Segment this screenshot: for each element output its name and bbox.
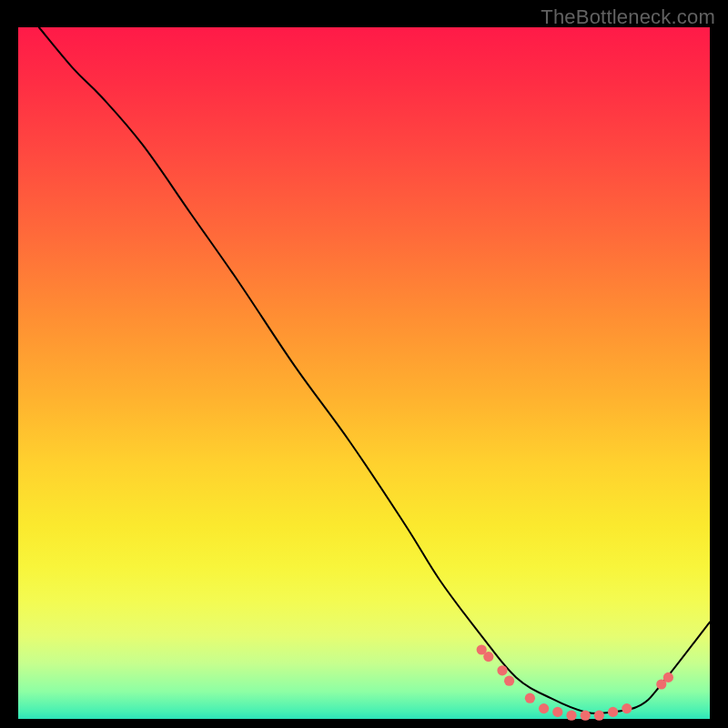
curve-marker (663, 672, 673, 682)
curve-marker (539, 703, 549, 713)
curve-marker (497, 665, 507, 675)
bottleneck-curve (39, 27, 710, 713)
curve-marker (622, 703, 632, 713)
curve-marker (608, 707, 618, 717)
chart-frame: TheBottleneck.com (0, 0, 728, 728)
curve-marker (581, 711, 591, 721)
curve-marker (566, 711, 576, 721)
curve-marker (525, 693, 535, 703)
curve-marker (483, 652, 493, 662)
curve-marker (504, 676, 514, 686)
curve-layer (18, 27, 710, 719)
curve-marker (594, 711, 604, 721)
plot-inner (18, 27, 710, 719)
curve-marker (552, 707, 562, 717)
watermark-text: TheBottleneck.com (541, 5, 715, 29)
plot-area (18, 27, 710, 719)
